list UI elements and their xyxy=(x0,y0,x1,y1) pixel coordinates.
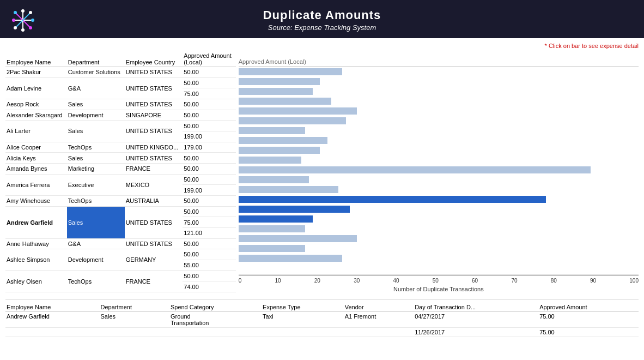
click-hint: * Click on bar to see expense detail xyxy=(5,43,639,49)
employee-name-cell: Alicia Keys xyxy=(5,153,67,164)
bar[interactable] xyxy=(239,137,327,144)
bar[interactable] xyxy=(239,78,320,85)
bar[interactable] xyxy=(239,166,591,173)
bar-row[interactable] xyxy=(239,263,639,273)
bar-row[interactable] xyxy=(239,243,639,253)
department-cell: Executive xyxy=(67,174,125,195)
table-row: America FerreraExecutiveMEXICO50.00 xyxy=(5,174,236,185)
bar[interactable] xyxy=(239,98,331,105)
bar-row[interactable] xyxy=(239,145,639,155)
table-row: 2Pac ShakurCustomer SolutionsUNITED STAT… xyxy=(5,67,236,78)
department-cell: TechOps xyxy=(67,142,125,153)
bar[interactable] xyxy=(239,147,320,154)
amount-cell: 50.00 xyxy=(183,174,235,185)
bar-row[interactable] xyxy=(239,106,639,116)
bar[interactable] xyxy=(239,157,302,164)
table-row: Ashley OlsenTechOpsFRANCE50.00 xyxy=(5,271,236,281)
bottom-cell: 75.00 xyxy=(538,328,639,337)
svg-point-4 xyxy=(21,9,25,13)
bar-row[interactable] xyxy=(239,204,639,214)
x-axis-tick: 70 xyxy=(511,278,517,284)
department-cell: TechOps xyxy=(67,195,125,206)
bar-row[interactable] xyxy=(239,175,639,184)
employee-name-cell: Adam Levine xyxy=(5,77,67,99)
bar-row[interactable] xyxy=(239,253,639,263)
col-header-country: Employee Country xyxy=(125,51,183,67)
bar[interactable] xyxy=(239,68,342,75)
table-row: Alexander SkarsgardDevelopmentSINGAPORE5… xyxy=(5,110,236,121)
bottom-table-row: Andrew GarfieldSalesGround Transportatio… xyxy=(5,312,639,328)
bar-row[interactable] xyxy=(239,86,639,96)
country-cell: UNITED KINGDO... xyxy=(125,142,183,153)
bar-row[interactable] xyxy=(239,184,639,194)
table-row: Anne HathawayG&AUNITED STATES50.00 xyxy=(5,238,236,249)
bar[interactable] xyxy=(239,186,339,193)
country-cell: UNITED STATES xyxy=(125,153,183,164)
amount-cell: 50.00 xyxy=(183,195,235,206)
bar-row[interactable] xyxy=(239,155,639,165)
country-cell: FRANCE xyxy=(125,271,183,292)
main-table: Employee Name Department Employee Countr… xyxy=(5,51,236,292)
bar[interactable] xyxy=(239,88,313,95)
amount-cell: 50.00 xyxy=(183,99,235,110)
logo xyxy=(11,8,35,34)
bottom-cell: Andrew Garfield xyxy=(5,312,100,328)
bar-row[interactable] xyxy=(239,67,639,76)
bottom-cell: 04/27/2017 xyxy=(414,312,538,328)
bar-row[interactable] xyxy=(239,135,639,145)
bar[interactable] xyxy=(239,206,350,213)
bottom-cell xyxy=(262,328,344,337)
svg-point-11 xyxy=(14,26,17,29)
employee-name-cell: 2Pac Shakur xyxy=(5,67,67,78)
bar[interactable] xyxy=(239,215,313,223)
table-row: Ali LarterSalesUNITED STATES50.00 xyxy=(5,121,236,131)
bottom-col-header: Department xyxy=(100,303,169,312)
department-cell: G&A xyxy=(67,238,125,249)
amount-cell: 50.00 xyxy=(183,110,235,121)
bar[interactable] xyxy=(239,176,309,183)
bar[interactable] xyxy=(239,235,357,242)
bar[interactable] xyxy=(239,127,305,134)
bar[interactable] xyxy=(239,107,357,115)
country-cell: SINGAPORE xyxy=(125,110,183,121)
bottom-col-header: Approved Amount xyxy=(538,303,639,312)
bottom-col-header: Day of Transaction D... xyxy=(414,303,538,312)
bar-row[interactable] xyxy=(239,116,639,125)
bar[interactable] xyxy=(239,225,305,232)
bar-row[interactable] xyxy=(239,125,639,135)
table-row: Adam LevineG&AUNITED STATES50.00 xyxy=(5,77,236,88)
bar[interactable] xyxy=(239,245,305,252)
amount-cell: 50.00 xyxy=(183,238,235,249)
bottom-col-header: Spend Category xyxy=(169,303,262,312)
detail-table: Employee NameDepartmentSpend CategoryExp… xyxy=(5,303,639,337)
table-row: Amanda BynesMarketingFRANCE50.00 xyxy=(5,163,236,174)
bottom-cell: Taxi xyxy=(262,312,344,328)
bar[interactable] xyxy=(239,196,546,203)
svg-point-10 xyxy=(29,11,32,14)
svg-point-9 xyxy=(29,26,32,29)
table-row: Ashlee SimpsonDevelopmentGERMANY50.00 xyxy=(5,249,236,260)
employee-name-cell: Anne Hathaway xyxy=(5,238,67,249)
amount-cell: 199.00 xyxy=(183,185,235,196)
amount-cell: 75.00 xyxy=(183,88,235,99)
bar[interactable] xyxy=(239,117,346,124)
bottom-col-header: Vendor xyxy=(344,303,414,312)
x-axis-tick: 30 xyxy=(354,278,360,284)
table-row: Alicia KeysSalesUNITED STATES50.00 xyxy=(5,153,236,164)
employee-name-cell: Amy Winehouse xyxy=(5,195,67,206)
x-axis-tick: 40 xyxy=(393,278,399,284)
bottom-cell: Sales xyxy=(100,312,169,328)
bar-row[interactable] xyxy=(239,96,639,106)
x-axis-tick: 60 xyxy=(472,278,478,284)
bar-row[interactable] xyxy=(239,224,639,233)
bar-row[interactable] xyxy=(239,194,639,204)
country-cell: AUSTRALIA xyxy=(125,195,183,206)
amount-cell: 75.00 xyxy=(183,217,235,228)
bar-row[interactable] xyxy=(239,76,639,86)
bar-row[interactable] xyxy=(239,214,639,224)
country-cell: UNITED STATES xyxy=(125,121,183,142)
bar-row[interactable] xyxy=(239,165,639,175)
bottom-cell: 75.00 xyxy=(538,312,639,328)
bar-row[interactable] xyxy=(239,233,639,243)
bar[interactable] xyxy=(239,255,342,262)
